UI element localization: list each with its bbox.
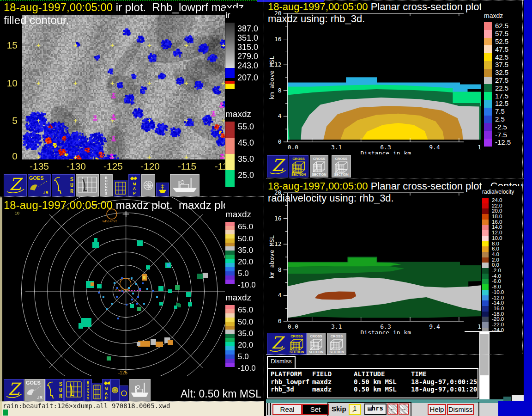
- svg-text:9.4: 9.4: [429, 144, 440, 151]
- bottom-right-blue: [498, 401, 532, 416]
- ir-title-time: 18-aug-1997,00:05:00: [4, 1, 113, 13]
- info-scrollbar[interactable]: [479, 332, 490, 399]
- toolbar-z-button[interactable]: Z: [4, 174, 27, 196]
- svg-text:0: 0: [278, 138, 282, 145]
- buoy-marker-icon: [219, 153, 225, 159]
- colorbar-tick: 8.0: [492, 241, 499, 246]
- colorbar-tick: 20.0: [238, 257, 253, 267]
- colorbar-tick: 5.0: [238, 269, 249, 278]
- svg-text:16: 16: [274, 215, 282, 222]
- svg-text:3.1: 3.1: [331, 144, 342, 151]
- colorbar-tick: -12.5: [495, 138, 511, 146]
- table-cell: rhb_lowprf: [271, 378, 309, 385]
- set-time-button[interactable]: Set Time: [302, 404, 329, 415]
- radar-toolbar-sur-button[interactable]: SUR: [45, 379, 64, 401]
- colorbar-tick: 2.5: [495, 115, 505, 123]
- table-cell: maxdz: [312, 385, 332, 393]
- radar-toolbar-ship-button[interactable]: [129, 379, 151, 401]
- info-dismiss-button[interactable]: Dismiss: [267, 356, 296, 369]
- radar-toolbar-bounds-button[interactable]: BOUNDS: [84, 379, 92, 401]
- colorbar-maxdz: maxdz65.050.035.020.05.0-10.0: [225, 293, 251, 305]
- toolbar-map-button[interactable]: MAP: [128, 174, 140, 196]
- radar-title-text: maxdz plot. maxdz plot.: [113, 199, 235, 211]
- radar-center-marker-label: b+-125-8: [115, 288, 130, 292]
- svg-text:.IR: .IR: [37, 395, 42, 400]
- colorbar-seg: [482, 208, 489, 214]
- colorbar-tick: 20.0: [238, 341, 253, 350]
- toolbar-bounds-button[interactable]: BOUNDS: [100, 174, 113, 196]
- toolbar-polar-button[interactable]: [141, 174, 155, 196]
- colorbar-tick: 2.0: [492, 257, 499, 263]
- colorbar-label: radialvelocity: [482, 189, 514, 195]
- xsec1-cross-section-active-button[interactable]: CROSSSECTION: [289, 155, 308, 177]
- toolbar-ship-button[interactable]: [170, 174, 200, 196]
- radar-toolbar-goes-button[interactable]: GOES.IR: [24, 379, 45, 401]
- xsec2-z-button[interactable]: Z: [267, 333, 287, 355]
- xsec2-cross-section-button[interactable]: CROSSSECTION: [307, 333, 326, 355]
- xsec1-title-line2: maxdz using: rhb_3d.: [268, 13, 365, 25]
- colorbar-label: maxdz: [225, 109, 251, 119]
- svg-text:8: 8: [278, 87, 282, 94]
- toolbar-goes-button[interactable]: GOES.IR: [28, 174, 51, 196]
- toolbar-gridant-button[interactable]: [76, 174, 99, 196]
- radar-toolbar-circle-button[interactable]: [120, 385, 128, 401]
- grid-plus-mark: +: [147, 153, 151, 161]
- radar-toolbar-z-button[interactable]: Z: [4, 379, 24, 401]
- colorbar-tick: -7.5: [495, 131, 507, 139]
- radar-toolbar-grid-button[interactable]: [92, 383, 102, 401]
- xsec1-colorbar: maxdz62.557.552.547.542.537.532.527.522.…: [481, 0, 524, 177]
- ir-panel-title: 18-aug-1997,00:05:00 ir plot. Rhb_lowprf…: [4, 1, 244, 14]
- colorbar-tick: -2.0: [492, 268, 501, 273]
- grid-icon: [92, 383, 102, 401]
- terminal-prompt-line: rain:beaufait:126>xdump.all 970818.0005.…: [3, 402, 170, 410]
- xsec1-cross-section-button[interactable]: CROSSSECTION: [332, 155, 351, 177]
- svg-text:Distance in km: Distance in km: [361, 150, 411, 154]
- ir-colorbars: ir387.0351.0315.0279.0243.0207.0maxdz55.…: [225, 8, 264, 195]
- resize-grip[interactable]: [270, 403, 271, 415]
- colorbar-seg: [484, 30, 492, 38]
- terminal-window[interactable]: rain:beaufait:126>xdump.all 970818.0005.…: [0, 401, 264, 416]
- radar-corner-label: 10: [15, 211, 19, 215]
- svg-text:4: 4: [278, 112, 282, 119]
- colorbar-tick: 65.0: [238, 306, 253, 315]
- scrollbar-thumb[interactable]: [480, 334, 489, 375]
- xsec2-cross-section-button[interactable]: CROSSSECTION: [327, 333, 346, 355]
- radar-toolbar-gridant-button[interactable]: [64, 379, 84, 401]
- svg-text:U: U: [70, 183, 73, 189]
- xsec1-cross-section-button[interactable]: CROSSSECTION: [310, 155, 328, 177]
- colorbar-seg: [482, 241, 489, 247]
- ctrl-dismiss-button[interactable]: Dismiss: [447, 404, 474, 415]
- xsec-bands: [288, 257, 484, 318]
- xsec2-cross-section-active-button[interactable]: CROSSSECTION: [287, 333, 307, 355]
- step-forward-button[interactable]: →: [399, 404, 409, 415]
- toolbar-sur-button[interactable]: SUR: [52, 174, 75, 196]
- cross-icon: CROSSSECTION: [289, 156, 308, 177]
- right-blue-stripe: [524, 0, 532, 416]
- hrs-button[interactable]: ▤hrs: [364, 404, 387, 415]
- left-panel-divider: [0, 196, 264, 197]
- toolbar-grid-button[interactable]: [114, 180, 127, 196]
- resize-grip[interactable]: [267, 403, 268, 415]
- xsec1-title-time: 18-aug-1997,00:05:00: [268, 1, 368, 12]
- real-time-button[interactable]: Real Time: [272, 404, 302, 415]
- colorbar-tick: 35.0: [238, 154, 254, 164]
- sur-icon: SUR: [46, 379, 63, 401]
- colorbar-tick: -2.5: [495, 123, 507, 131]
- help-button[interactable]: Help: [428, 404, 446, 415]
- bounds-icon: BOUNDS: [100, 175, 112, 196]
- svg-text:9.4: 9.4: [429, 323, 440, 330]
- colorbar-label: maxdz: [484, 12, 503, 19]
- toolbar-buoy-button[interactable]: [156, 183, 169, 196]
- buoy-marker-icon: [111, 135, 116, 142]
- z-icon: Z: [267, 333, 287, 355]
- skip-value-input[interactable]: 1: [349, 404, 361, 415]
- radar-toolbar-polar-button[interactable]: [110, 379, 120, 401]
- grid-plus-mark: +: [36, 153, 41, 161]
- sur-icon: SUR: [52, 175, 74, 196]
- step-back-button[interactable]: ←: [387, 404, 398, 415]
- goes-icon: GOES.IR: [25, 379, 44, 401]
- colorbar-seg: [225, 280, 235, 284]
- radar-toolbar-map-button[interactable]: MAP: [102, 379, 110, 401]
- colorbar-seg: [482, 236, 489, 241]
- xsec1-z-button[interactable]: Z: [267, 155, 288, 177]
